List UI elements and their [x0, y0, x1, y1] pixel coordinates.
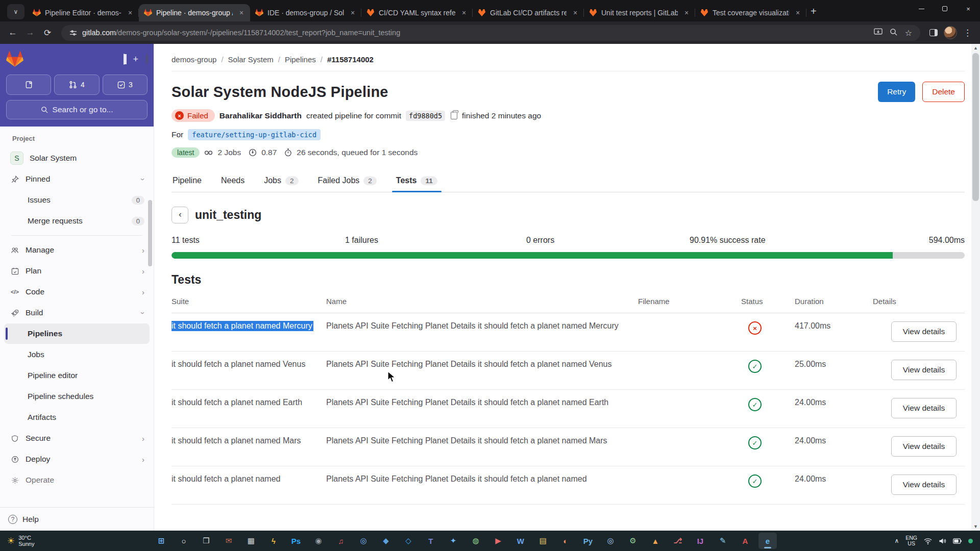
tab-needs[interactable]: Needs [220, 171, 246, 192]
zoom-icon[interactable] [890, 28, 898, 36]
browser-tab-yaml-reference[interactable]: CI/CD YAML syntax reference | × [361, 4, 473, 21]
scroll-down-icon[interactable]: ▼ [971, 522, 980, 531]
breadcrumb-pipelines[interactable]: Pipelines [285, 55, 316, 64]
jobs-count-text[interactable]: 2 Jobs [217, 148, 241, 157]
gitlab-logo[interactable] [6, 51, 23, 67]
tab-close-icon[interactable]: × [348, 8, 357, 17]
wifi-icon[interactable] [924, 538, 932, 544]
view-details-button[interactable]: View details [891, 398, 957, 418]
browser-tab-pipeline-active[interactable]: Pipeline · demos-group / Solar × [139, 4, 250, 21]
collapse-sidebar-icon[interactable] [124, 54, 125, 65]
notepad-icon[interactable]: ✎ [714, 533, 732, 549]
sidebar-item-manage[interactable]: Manage › [4, 240, 150, 260]
settings-tool-icon[interactable]: ⚙ [624, 533, 642, 549]
language-indicator[interactable]: ENGUS [905, 535, 917, 546]
music-icon[interactable]: ♫ [332, 533, 350, 549]
bookmark-star-icon[interactable]: ☆ [905, 28, 912, 38]
sidebar-user-avatar[interactable] [146, 54, 148, 65]
browser-profile-avatar[interactable] [944, 26, 957, 39]
back-button[interactable]: ← [5, 25, 20, 40]
create-new-icon[interactable]: + [133, 54, 138, 65]
tab-close-icon[interactable]: × [793, 8, 802, 17]
tab-close-icon[interactable]: × [682, 8, 691, 17]
side-panel-icon[interactable] [929, 29, 938, 36]
acrobat-icon[interactable]: A [736, 533, 754, 549]
calculator-icon[interactable]: ▦ [242, 533, 260, 549]
browser-menu-kebab-icon[interactable]: ⋮ [963, 28, 972, 38]
pipeline-author[interactable]: Barahalikar Siddharth [219, 111, 302, 120]
tab-close-icon[interactable]: × [237, 8, 246, 17]
view-details-button[interactable]: View details [891, 436, 957, 457]
weather-widget[interactable]: ☀ 30°CSunny [0, 531, 41, 551]
new-tab-button[interactable]: + [811, 6, 817, 17]
tab-search-button[interactable]: ∨ [7, 4, 24, 19]
issues-shortcut-button[interactable] [6, 74, 51, 95]
scroll-up-icon[interactable]: ▲ [971, 44, 980, 52]
task-view-icon[interactable]: ❒ [197, 533, 215, 549]
speaker-icon[interactable] [939, 538, 946, 544]
ide-blue-icon[interactable]: ◆ [377, 533, 395, 549]
sidebar-item-deploy[interactable]: Deploy › [4, 449, 150, 469]
failed-status-badge[interactable]: ×Failed [172, 109, 215, 122]
branch-link[interactable]: feature/setting-up-gitlab-cicd [188, 129, 321, 140]
tab-pipeline[interactable]: Pipeline [172, 171, 203, 192]
site-info-icon[interactable] [69, 29, 77, 37]
round-dark-app-icon[interactable]: ◉ [309, 533, 328, 549]
sidebar-item-pinned[interactable]: Pinned › [4, 169, 150, 189]
install-icon[interactable] [874, 28, 883, 36]
help-button[interactable]: ? Help [0, 507, 154, 531]
chrome-profile-icon[interactable]: ◎ [601, 533, 620, 549]
close-window-button[interactable]: × [957, 0, 980, 17]
sidebar-item-secure[interactable]: Secure › [4, 428, 150, 448]
view-details-button[interactable]: View details [891, 474, 957, 495]
intellij-icon[interactable]: IJ [691, 533, 709, 549]
sidebar-item-issues[interactable]: Issues 0 [4, 190, 150, 210]
search-icon[interactable]: ○ [175, 533, 193, 549]
mail-icon[interactable]: ✉ [219, 533, 238, 549]
commit-sha-chip[interactable]: fd9880d5 [406, 111, 445, 121]
chrome-icon[interactable]: ◎ [354, 533, 373, 549]
tab-close-icon[interactable]: × [126, 8, 135, 17]
merge-requests-shortcut-button[interactable]: 4 [54, 74, 99, 95]
reload-button[interactable]: ⟳ [40, 25, 55, 40]
view-details-button[interactable]: View details [891, 360, 957, 380]
browser-tab-ide[interactable]: IDE · demos-group / Solar Syste × [250, 4, 361, 21]
sidebar-item-operate[interactable]: Operate [4, 470, 150, 490]
tray-chevron-up-icon[interactable]: ∧ [894, 537, 899, 544]
photoshop-icon[interactable]: Ps [287, 533, 305, 549]
player-red-icon[interactable]: ▶ [489, 533, 507, 549]
git-tool-icon[interactable]: ⎇ [669, 533, 687, 549]
sidebar-item-pipeline-editor[interactable]: Pipeline editor [4, 365, 150, 386]
browser-tab-artifacts-reports[interactable]: GitLab CI/CD artifacts reports ty × [473, 4, 584, 21]
media-app-icon[interactable]: ϟ [264, 533, 283, 549]
breadcrumb-group[interactable]: demos-group [172, 55, 216, 64]
tab-jobs[interactable]: Jobs2 [263, 171, 299, 192]
vscode-icon[interactable]: ◇ [399, 533, 418, 549]
delete-button[interactable]: Delete [922, 82, 965, 102]
browser-tab-coverage-visualization[interactable]: Test coverage visualization | Git × [695, 4, 806, 21]
tab-tests[interactable]: Tests11 [395, 171, 438, 192]
minimize-button[interactable] [910, 0, 933, 17]
page-scrollbar[interactable]: ▲ ▼ [971, 44, 980, 531]
sidebar-item-pipeline-schedules[interactable]: Pipeline schedules [4, 386, 150, 407]
vlc-icon[interactable]: ▲ [646, 533, 665, 549]
battery-icon[interactable] [953, 538, 962, 544]
tab-close-icon[interactable]: × [459, 8, 469, 17]
browser-tab-unit-test-reports[interactable]: Unit test reports | GitLab × [584, 4, 695, 21]
tab-close-icon[interactable]: × [571, 8, 580, 17]
python-icon[interactable]: Py [579, 533, 597, 549]
safari-icon[interactable]: ✦ [444, 533, 462, 549]
restore-button[interactable] [933, 0, 957, 17]
sidebar-item-artifacts[interactable]: Artifacts [4, 407, 150, 428]
sidebar-item-project[interactable]: S Solar System [4, 148, 150, 168]
copy-commit-icon[interactable] [451, 112, 457, 119]
page-scrollbar-thumb[interactable] [972, 53, 979, 201]
browser-green-icon[interactable]: ◍ [467, 533, 485, 549]
retry-button[interactable]: Retry [878, 82, 915, 102]
address-bar[interactable]: gitlab.com/demos-group/solar-system/-/pi… [61, 25, 920, 41]
search-input[interactable]: Search or go to... [6, 100, 148, 119]
sidebar-item-pipelines[interactable]: Pipelines [4, 323, 150, 344]
sidebar-item-code[interactable]: </> Code › [4, 282, 150, 302]
file-explorer-icon[interactable]: ▤ [534, 533, 552, 549]
sidebar-item-merge-requests[interactable]: Merge requests 0 [4, 211, 150, 231]
